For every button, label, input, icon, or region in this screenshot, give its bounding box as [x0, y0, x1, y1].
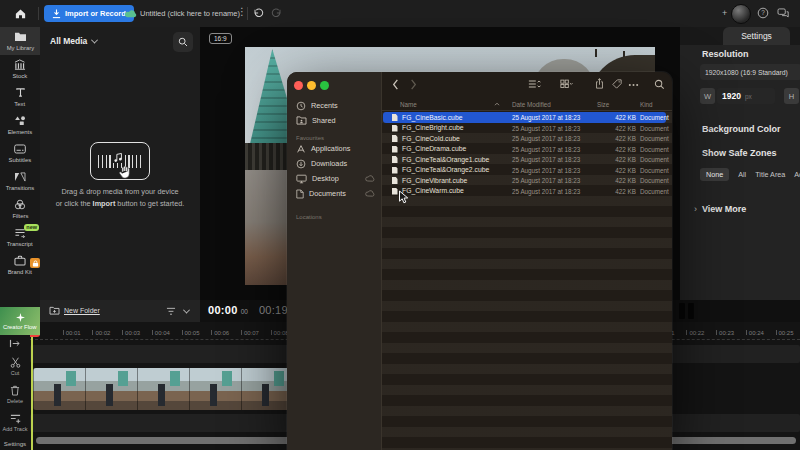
finder-sidebar-item-shared[interactable]: Shared	[287, 113, 382, 128]
timeline-settings-button[interactable]: Settings	[0, 440, 30, 447]
document-icon	[392, 167, 398, 174]
tool-cut[interactable]: Cut	[1, 357, 29, 376]
ruler-tick: 00:04	[152, 330, 170, 336]
timeline-zoom-bar[interactable]	[679, 303, 685, 319]
file-date-modified: 25 August 2017 at 18:23	[512, 167, 580, 174]
sidebar-item-subtitles[interactable]: Subtitles	[0, 139, 40, 167]
file-size: 422 KB	[596, 177, 636, 184]
tab-settings[interactable]: Settings	[723, 27, 790, 45]
minimize-icon[interactable]	[307, 81, 316, 90]
invite-plus-icon[interactable]: +	[722, 8, 727, 18]
finder-sidebar-item-downloads[interactable]: Downloads	[287, 156, 382, 171]
finder-sidebar-label: Documents	[309, 189, 346, 198]
sharedfolder-icon	[296, 116, 307, 125]
resolution-dropdown[interactable]: 1920x1080 (16:9 Standard)	[700, 64, 800, 80]
file-name: FG_CineBright.cube	[402, 124, 464, 131]
finder-search-icon[interactable]	[654, 79, 665, 90]
undo-icon[interactable]	[253, 8, 264, 19]
tool-delete[interactable]: Delete	[1, 385, 29, 404]
finder-sidebar-item-recents[interactable]: Recents	[287, 98, 382, 113]
new-folder-icon	[49, 306, 60, 315]
sidebar-item-label: My Library	[6, 44, 33, 51]
tick-mark	[211, 330, 212, 335]
file-name: FG_CineTeal&Orange1.cube	[402, 156, 489, 163]
chevron-down-icon[interactable]	[183, 307, 190, 314]
finder-window[interactable]: RecentsSharedFavouritesApplicationsDownl…	[287, 72, 672, 450]
import-or-record-button[interactable]: Import or Record	[44, 5, 134, 22]
tick-label: 00:24	[749, 330, 764, 336]
finder-sidebar-label: Recents	[311, 101, 338, 110]
file-name: FG_CineTeal&Orange2.cube	[402, 166, 489, 173]
tick-label: 00:22	[689, 330, 704, 336]
finder-sidebar: RecentsSharedFavouritesApplicationsDownl…	[287, 72, 382, 450]
playhead-line[interactable]	[31, 332, 33, 450]
project-title[interactable]: Untitled (click here to rename)	[140, 9, 240, 18]
group-view-icon[interactable]	[560, 79, 573, 89]
safe-zone-option-action-area[interactable]: Action Area	[794, 170, 800, 179]
column-date-modified[interactable]: Date Modified	[512, 101, 551, 108]
media-filter-dropdown[interactable]: All Media	[50, 36, 97, 46]
finder-sidebar-item-desktop[interactable]: Desktop	[287, 171, 382, 186]
document-icon	[392, 125, 398, 132]
safe-zone-option-title-area[interactable]: Title Area	[755, 170, 785, 179]
help-icon[interactable]: ?	[757, 7, 769, 19]
more-actions-icon[interactable]	[628, 83, 639, 87]
sidebar-item-elements[interactable]: Elements	[0, 111, 40, 139]
import-icon	[52, 9, 61, 19]
finder-file-row[interactable]: FG_CineBright.cube25 August 2017 at 18:2…	[382, 123, 672, 134]
safe-zones-label: Show Safe Zones	[702, 148, 777, 158]
finder-file-row[interactable]: FG_CineVibrant.cube25 August 2017 at 18:…	[382, 175, 672, 186]
redo-icon[interactable]	[271, 8, 282, 19]
sidebar-item-transitions[interactable]: Transitions	[0, 167, 40, 195]
avatar[interactable]	[731, 4, 751, 24]
back-icon[interactable]	[392, 79, 399, 90]
ruler-tick: 00:22	[686, 330, 704, 336]
finder-file-row[interactable]: FG_CineTeal&Orange1.cube25 August 2017 a…	[382, 154, 672, 165]
sidebar-item-transcript[interactable]: Transcriptnew	[0, 223, 40, 251]
aspect-ratio-button[interactable]: 16:9	[209, 33, 232, 44]
sidebar-item-filters[interactable]: Filters	[0, 195, 40, 223]
maximize-icon[interactable]	[320, 81, 329, 90]
safe-zone-option-all[interactable]: All	[738, 170, 746, 179]
tag-icon[interactable]	[612, 79, 622, 89]
feedback-icon[interactable]	[777, 8, 789, 18]
sidebar-item-creator-flow[interactable]: Creator Flow	[0, 307, 40, 335]
sidebar-item-brand-kit[interactable]: Brand Kit	[0, 251, 40, 279]
tool-trim[interactable]	[9, 339, 21, 348]
tick-label: 00:02	[95, 330, 110, 336]
more-options-icon[interactable]: ⋮	[237, 6, 247, 17]
new-folder-button[interactable]: New Folder	[49, 306, 100, 315]
finder-sidebar-item-documents[interactable]: Documents	[287, 186, 382, 201]
view-more-button[interactable]: › View More	[694, 204, 746, 214]
sidebar-item-text[interactable]: Text	[0, 83, 40, 111]
file-kind: Document	[640, 177, 669, 184]
column-size[interactable]: Size	[597, 101, 609, 108]
close-icon[interactable]	[294, 81, 303, 90]
finder-sidebar-label: Desktop	[312, 174, 339, 183]
sidebar-item-stock[interactable]: Stock	[0, 55, 40, 83]
safe-zone-option-none[interactable]: None	[700, 168, 729, 181]
width-field[interactable]: 1920px	[717, 88, 775, 104]
timeline-zoom-bar[interactable]	[688, 303, 694, 319]
appstore-icon	[296, 144, 306, 154]
document-icon	[392, 156, 398, 163]
finder-sidebar-item-applications[interactable]: Applications	[287, 141, 382, 156]
finder-file-row[interactable]: FG_CineBasic.cube25 August 2017 at 18:23…	[382, 112, 672, 123]
home-icon[interactable]	[14, 7, 27, 20]
forward-icon[interactable]	[410, 79, 417, 90]
column-name[interactable]: Name	[400, 101, 417, 108]
sidebar-item-my-library[interactable]: My Library	[0, 27, 40, 55]
tool-add-track[interactable]: Add Track	[1, 413, 29, 432]
finder-file-row[interactable]: FG_CineTeal&Orange2.cube25 August 2017 a…	[382, 165, 672, 176]
finder-file-row[interactable]: FG_CineCold.cube25 August 2017 at 18:234…	[382, 133, 672, 144]
finder-file-row[interactable]: FG_CineDrama.cube25 August 2017 at 18:23…	[382, 144, 672, 155]
tick-label: 00:03	[125, 330, 140, 336]
filter-funnel-icon[interactable]	[166, 307, 176, 316]
column-kind[interactable]: Kind	[640, 101, 653, 108]
share-icon[interactable]	[595, 78, 604, 89]
finder-file-row[interactable]: FG_CineWarm.cube25 August 2017 at 18:234…	[382, 186, 672, 197]
new-badge: new	[24, 224, 39, 231]
media-search-button[interactable]	[173, 32, 193, 52]
tick-mark	[182, 330, 183, 335]
list-view-icon[interactable]	[528, 79, 541, 89]
